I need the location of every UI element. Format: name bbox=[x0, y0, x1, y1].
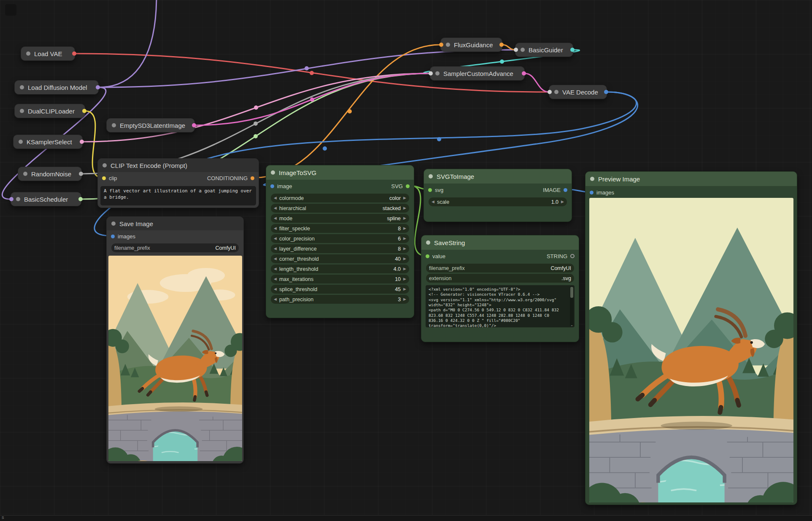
clip-input-slot[interactable]: clip bbox=[102, 175, 117, 181]
scroll-down-icon[interactable]: ⌄ bbox=[570, 323, 574, 327]
decrement-arrow[interactable]: ◀ bbox=[274, 287, 277, 291]
conditioning-input-port[interactable] bbox=[439, 43, 443, 47]
image-output-port[interactable] bbox=[604, 90, 608, 94]
latent-output-port[interactable] bbox=[192, 123, 196, 127]
increment-arrow[interactable]: ▶ bbox=[403, 287, 406, 291]
decrement-arrow[interactable]: ◀ bbox=[274, 247, 277, 251]
collapse-dot[interactable] bbox=[429, 174, 433, 178]
image-input-slot[interactable]: image bbox=[270, 183, 292, 189]
node-header[interactable]: Save Image bbox=[107, 217, 243, 230]
node-basic-scheduler[interactable]: BasicScheduler bbox=[11, 192, 81, 206]
svg-code-textarea[interactable]: <?xml version="1.0" encoding="UTF-8"?> <… bbox=[426, 285, 575, 327]
model-input-port[interactable] bbox=[9, 197, 13, 201]
node-basic-guider[interactable]: BasicGuider bbox=[515, 43, 573, 57]
node-header[interactable]: ImageToSVG bbox=[266, 165, 414, 180]
decrement-arrow[interactable]: ◀ bbox=[274, 206, 277, 210]
images-input-port[interactable] bbox=[111, 235, 115, 238]
increment-arrow[interactable]: ▶ bbox=[403, 257, 406, 261]
sigmas-output-port[interactable] bbox=[78, 197, 83, 201]
collapse-dot[interactable] bbox=[26, 51, 30, 56]
inputs-port[interactable] bbox=[429, 71, 433, 76]
latent-output-port[interactable] bbox=[522, 71, 526, 76]
node-clip-text-encode[interactable]: CLIP Text Encode (Prompt) clip CONDITION… bbox=[97, 158, 259, 208]
string-output-port[interactable] bbox=[570, 254, 575, 258]
svg-input-slot[interactable]: svg bbox=[428, 187, 443, 193]
collapse-dot[interactable] bbox=[19, 140, 23, 144]
inputs-port[interactable] bbox=[514, 48, 518, 52]
svg-code-text[interactable]: <?xml version="1.0" encoding="UTF-8"?> <… bbox=[426, 285, 575, 327]
model-output-port[interactable] bbox=[96, 85, 100, 89]
collapse-dot[interactable] bbox=[271, 170, 275, 175]
decrement-arrow[interactable]: ◀ bbox=[274, 227, 277, 230]
decrement-arrow[interactable]: ◀ bbox=[274, 267, 277, 271]
node-empty-sd3-latent-image[interactable]: EmptySD3LatentImage bbox=[106, 118, 195, 132]
increment-arrow[interactable]: ▶ bbox=[403, 277, 406, 281]
widget-color-precision[interactable]: ◀ color_precision 6 ▶ bbox=[271, 234, 409, 243]
collapse-dot[interactable] bbox=[521, 48, 525, 52]
value-input-slot[interactable]: value bbox=[426, 253, 445, 259]
widget-path-precision[interactable]: ◀ path_precision 3 ▶ bbox=[271, 295, 409, 304]
node-sampler-custom-advance[interactable]: SamplerCustomAdvance bbox=[430, 66, 525, 81]
node-load-vae[interactable]: Load VAE bbox=[21, 46, 75, 61]
noise-output-port[interactable] bbox=[79, 172, 83, 176]
clip-output-port[interactable] bbox=[82, 109, 86, 113]
widget-filter-speckle[interactable]: ◀ filter_speckle 8 ▶ bbox=[271, 224, 409, 233]
collapse-dot[interactable] bbox=[111, 221, 116, 226]
image-output-slot[interactable]: IMAGE bbox=[543, 187, 567, 193]
increment-arrow[interactable]: ▶ bbox=[403, 196, 406, 200]
svg-output-slot[interactable]: SVG bbox=[391, 183, 410, 189]
collapse-dot[interactable] bbox=[16, 197, 20, 201]
prompt-textarea[interactable]: A flat vector art illustration of a goat… bbox=[100, 186, 256, 205]
widget-layer-difference[interactable]: ◀ layer_difference 8 ▶ bbox=[271, 244, 409, 253]
node-header[interactable]: SVGToImage bbox=[424, 169, 572, 184]
node-header[interactable]: SaveString bbox=[421, 235, 579, 250]
clip-input-port[interactable] bbox=[102, 176, 106, 180]
collapse-dot[interactable] bbox=[426, 240, 430, 245]
collapse-dot[interactable] bbox=[20, 85, 24, 89]
decrement-arrow[interactable]: ◀ bbox=[274, 277, 277, 281]
collapse-dot[interactable] bbox=[103, 163, 107, 167]
widget-filename-prefix[interactable]: filename_prefix ComfyUI bbox=[111, 243, 239, 252]
images-input-port[interactable] bbox=[590, 191, 593, 194]
widget-splice-threshold[interactable]: ◀ splice_threshold 45 ▶ bbox=[271, 285, 409, 294]
increment-arrow[interactable]: ▶ bbox=[403, 297, 406, 301]
increment-arrow[interactable]: ▶ bbox=[403, 216, 406, 220]
widget-max-iterations[interactable]: ◀ max_iterations 10 ▶ bbox=[271, 275, 409, 283]
decrement-arrow[interactable]: ◀ bbox=[274, 297, 277, 301]
node-header[interactable]: CLIP Text Encode (Prompt) bbox=[98, 159, 259, 172]
increment-arrow[interactable]: ▶ bbox=[403, 247, 406, 251]
increment-arrow[interactable]: ▶ bbox=[561, 200, 564, 204]
svg-input-port[interactable] bbox=[428, 188, 432, 192]
collapse-dot[interactable] bbox=[554, 90, 558, 94]
widget-mode[interactable]: ◀ mode spline ▶ bbox=[271, 214, 409, 223]
decrement-arrow[interactable]: ◀ bbox=[432, 200, 434, 204]
node-random-noise[interactable]: RandomNoise bbox=[18, 167, 82, 181]
node-svg-to-image[interactable]: SVGToImage svg IMAGE ◀ scale 1.0 ▶ bbox=[424, 169, 572, 222]
node-preview-image[interactable]: Preview Image images bbox=[585, 171, 797, 505]
inputs-port[interactable] bbox=[548, 90, 552, 94]
widget-length-threshold[interactable]: ◀ length_threshold 4.0 ▶ bbox=[271, 265, 409, 273]
widget-extension[interactable]: extension .svg bbox=[426, 274, 574, 283]
decrement-arrow[interactable]: ◀ bbox=[274, 237, 277, 240]
node-vae-decode[interactable]: VAE Decode bbox=[549, 85, 607, 99]
node-load-diffusion-model[interactable]: Load Diffusion Model bbox=[14, 80, 99, 94]
widget-hierarchical[interactable]: ◀ hierarchical stacked ▶ bbox=[271, 204, 409, 213]
decrement-arrow[interactable]: ◀ bbox=[274, 257, 277, 261]
scrollbar-thumb[interactable] bbox=[570, 287, 573, 298]
images-input-slot[interactable]: images bbox=[111, 233, 135, 240]
increment-arrow[interactable]: ▶ bbox=[403, 267, 406, 271]
widget-colormode[interactable]: ◀ colormode color ▶ bbox=[271, 194, 409, 202]
increment-arrow[interactable]: ▶ bbox=[403, 237, 406, 240]
node-image-to-svg[interactable]: ImageToSVG image SVG ◀ colormode color ▶… bbox=[266, 165, 414, 318]
collapse-dot[interactable] bbox=[590, 177, 594, 181]
images-input-slot[interactable]: images bbox=[590, 189, 614, 196]
conditioning-output-slot[interactable]: CONDITIONING bbox=[207, 175, 254, 181]
svg-output-port[interactable] bbox=[406, 184, 410, 188]
node-graph-canvas[interactable]: s bbox=[0, 0, 812, 521]
widget-filename-prefix[interactable]: filename_prefix ComfyUI bbox=[426, 264, 574, 273]
node-save-string[interactable]: SaveString value STRING filename_prefix … bbox=[421, 235, 579, 342]
node-ksampler-select[interactable]: KSamplerSelect bbox=[13, 135, 83, 149]
decrement-arrow[interactable]: ◀ bbox=[274, 196, 277, 200]
value-input-port[interactable] bbox=[426, 254, 429, 258]
increment-arrow[interactable]: ▶ bbox=[403, 227, 406, 230]
